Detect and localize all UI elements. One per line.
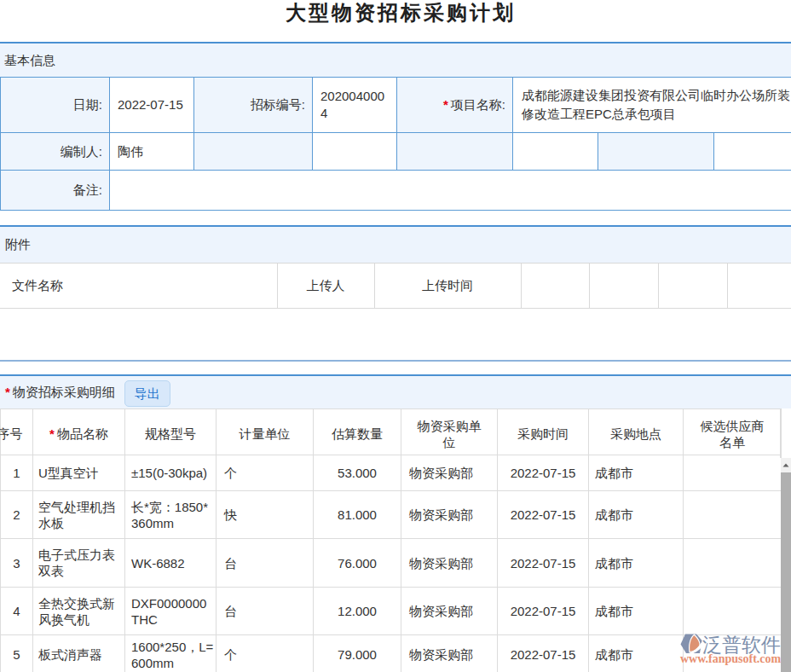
svg-text:www.fanpusoft.com: www.fanpusoft.com bbox=[680, 652, 782, 665]
